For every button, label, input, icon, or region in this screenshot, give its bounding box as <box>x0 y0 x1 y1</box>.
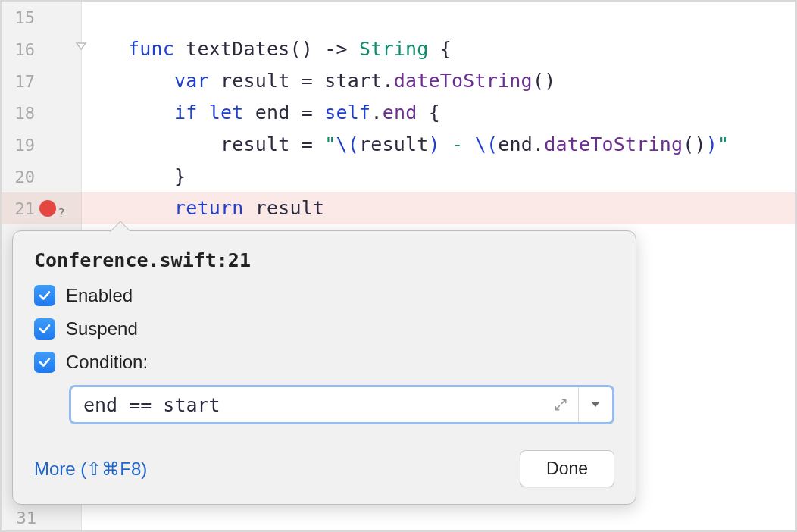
popover-arrow-icon <box>110 221 130 232</box>
code-line[interactable]: 17 var result = start.dateToString() <box>2 65 795 97</box>
code-text[interactable]: var result = start.dateToString() <box>82 65 795 97</box>
popover-title: Conference.swift:21 <box>34 249 614 271</box>
gutter[interactable]: 20 <box>2 161 82 192</box>
gutter[interactable]: 21? <box>2 192 82 224</box>
line-number: 15 <box>2 8 35 27</box>
checkmark-icon <box>38 289 52 302</box>
code-text[interactable] <box>82 2 795 33</box>
enabled-label: Enabled <box>66 285 133 306</box>
line-number: 31 <box>3 509 36 527</box>
code-text[interactable]: result = "\(result) - \(end.dateToString… <box>82 129 795 161</box>
gutter[interactable]: 17 <box>2 65 82 97</box>
line-number: 17 <box>2 72 35 91</box>
code-line[interactable]: 16 func textDates() -> String { <box>2 33 795 65</box>
gutter[interactable]: 16 <box>2 33 82 65</box>
more-link[interactable]: More (⇧⌘F8) <box>34 458 147 480</box>
code-text[interactable]: return result <box>82 192 795 224</box>
line-number: 19 <box>2 136 35 155</box>
code-text[interactable]: } <box>82 161 795 192</box>
gutter[interactable]: 15 <box>2 2 82 33</box>
condition-input[interactable] <box>71 387 542 422</box>
conditional-breakpoint-indicator: ? <box>58 206 65 221</box>
condition-input-wrap <box>69 385 614 424</box>
code-line[interactable]: 19 result = "\(result) - \(end.dateToStr… <box>2 129 795 161</box>
line-number: 20 <box>2 167 35 186</box>
checkbox-enabled[interactable] <box>34 285 55 306</box>
gutter[interactable]: 19 <box>2 129 82 161</box>
suspend-row[interactable]: Suspend <box>34 318 614 340</box>
gutter[interactable]: 18 <box>2 97 82 129</box>
suspend-label: Suspend <box>66 318 138 340</box>
checkbox-condition[interactable] <box>34 352 55 373</box>
expand-icon <box>553 397 568 412</box>
line-number: 16 <box>2 40 35 59</box>
fold-handle-icon[interactable] <box>75 42 87 57</box>
history-dropdown-button[interactable] <box>579 387 612 422</box>
condition-label: Condition: <box>66 352 148 373</box>
expand-button[interactable] <box>542 387 579 422</box>
checkbox-suspend[interactable] <box>34 318 55 340</box>
enabled-row[interactable]: Enabled <box>34 285 614 306</box>
checkmark-icon <box>38 355 52 369</box>
done-button[interactable]: Done <box>520 450 614 487</box>
code-line[interactable]: 21? return result <box>2 192 795 224</box>
code-line[interactable]: 15 <box>2 2 795 33</box>
checkmark-icon <box>38 322 52 336</box>
code-line[interactable]: 18 if let end = self.end { <box>2 97 795 129</box>
breakpoint-icon[interactable] <box>39 200 56 217</box>
breakpoint-popover: Conference.swift:21 Enabled Suspend Cond… <box>12 230 636 505</box>
code-text[interactable]: func textDates() -> String { <box>82 33 795 65</box>
code-line[interactable]: 20 } <box>2 161 795 192</box>
line-number: 21 <box>2 199 35 218</box>
code-text[interactable]: if let end = self.end { <box>82 97 795 129</box>
chevron-down-icon <box>590 401 601 408</box>
line-number: 18 <box>2 104 35 123</box>
condition-row[interactable]: Condition: <box>34 352 614 373</box>
